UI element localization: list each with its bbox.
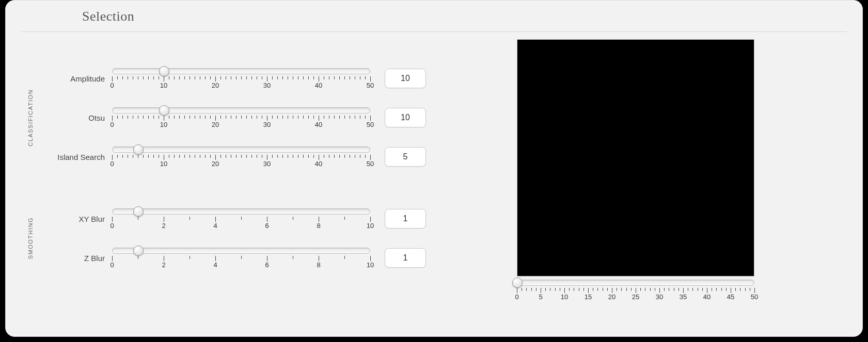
island-search-row: Island Search010203040505 bbox=[40, 146, 460, 167]
smoothing-label: SMOOTHING bbox=[21, 208, 40, 268]
tick-label: 2 bbox=[162, 222, 165, 230]
selection-panel: Selection CLASSIFICATION Amplitude010203… bbox=[5, 0, 863, 337]
tick-label: 15 bbox=[585, 293, 592, 301]
classification-label: CLASSIFICATION bbox=[21, 68, 40, 167]
z-blur-row: Z Blur02468101 bbox=[40, 248, 460, 268]
tick-label: 8 bbox=[317, 222, 320, 230]
tick-label: 50 bbox=[367, 160, 374, 168]
right-column: 05101520253035404550 bbox=[460, 37, 847, 300]
otsu-thumb[interactable] bbox=[159, 105, 169, 116]
classification-rows: Amplitude0102030405010Otsu0102030405010I… bbox=[40, 68, 460, 167]
tick-label: 0 bbox=[110, 82, 114, 89]
tick-label: 0 bbox=[110, 261, 114, 269]
tick-label: 40 bbox=[315, 82, 322, 89]
xy-blur-slider[interactable]: 0246810 bbox=[112, 208, 370, 229]
otsu-value[interactable]: 10 bbox=[385, 108, 426, 127]
smoothing-rows: XY Blur02468101Z Blur02468101 bbox=[40, 208, 460, 268]
tick-label: 30 bbox=[263, 121, 271, 128]
otsu-label: Otsu bbox=[40, 113, 112, 122]
xy-blur-label: XY Blur bbox=[40, 215, 112, 223]
xy-blur-value[interactable]: 1 bbox=[385, 209, 426, 229]
tick-label: 0 bbox=[515, 293, 518, 301]
tick-label: 10 bbox=[367, 222, 374, 230]
slider-scale: 05101520253035404550 bbox=[517, 287, 754, 300]
tick-label: 20 bbox=[212, 160, 219, 168]
z-blur-value[interactable]: 1 bbox=[385, 248, 426, 268]
island-search-thumb[interactable] bbox=[133, 144, 144, 155]
amplitude-slider[interactable]: 01020304050 bbox=[112, 68, 370, 89]
tick-label: 20 bbox=[608, 293, 616, 301]
tick-label: 0 bbox=[110, 222, 114, 230]
tick-label: 40 bbox=[703, 293, 711, 301]
island-search-slider[interactable]: 01020304050 bbox=[112, 146, 370, 167]
tick-label: 35 bbox=[680, 293, 687, 301]
tick-label: 4 bbox=[213, 261, 217, 269]
island-search-label: Island Search bbox=[40, 153, 112, 161]
tick-label: 6 bbox=[265, 261, 269, 269]
island-search-value[interactable]: 5 bbox=[385, 147, 426, 167]
tick-label: 0 bbox=[110, 160, 114, 168]
divider bbox=[21, 31, 847, 32]
amplitude-row: Amplitude0102030405010 bbox=[40, 68, 460, 89]
preview-slice-slider[interactable]: 05101520253035404550 bbox=[517, 280, 754, 300]
tick-label: 10 bbox=[160, 82, 167, 89]
tick-label: 30 bbox=[263, 160, 271, 168]
smoothing-group: SMOOTHING XY Blur02468101Z Blur02468101 bbox=[21, 208, 460, 268]
tick-label: 0 bbox=[110, 121, 114, 128]
otsu-slider[interactable]: 01020304050 bbox=[112, 107, 370, 128]
tick-label: 5 bbox=[539, 293, 542, 301]
slider-scale: 01020304050 bbox=[112, 75, 370, 89]
tick-label: 10 bbox=[561, 293, 568, 301]
slider-scale: 0246810 bbox=[112, 216, 370, 229]
preview-canvas bbox=[517, 39, 754, 276]
preview-slice-thumb[interactable] bbox=[512, 278, 523, 288]
tick-label: 2 bbox=[162, 261, 165, 269]
z-blur-thumb[interactable] bbox=[133, 246, 144, 256]
amplitude-thumb[interactable] bbox=[159, 66, 169, 76]
content: CLASSIFICATION Amplitude0102030405010Ots… bbox=[21, 37, 847, 300]
tick-label: 4 bbox=[213, 222, 217, 230]
tick-label: 10 bbox=[160, 160, 167, 168]
slider-scale: 0246810 bbox=[112, 255, 370, 268]
z-blur-slider[interactable]: 0246810 bbox=[112, 248, 370, 268]
tick-label: 50 bbox=[367, 121, 374, 128]
xy-blur-row: XY Blur02468101 bbox=[40, 208, 460, 229]
slider-scale: 01020304050 bbox=[112, 115, 370, 128]
xy-blur-thumb[interactable] bbox=[133, 206, 144, 217]
tick-label: 10 bbox=[160, 121, 167, 128]
tick-label: 40 bbox=[315, 121, 322, 128]
amplitude-value[interactable]: 10 bbox=[385, 69, 426, 88]
page-title: Selection bbox=[82, 9, 847, 24]
tick-label: 50 bbox=[751, 293, 758, 301]
tick-label: 10 bbox=[367, 261, 374, 269]
otsu-row: Otsu0102030405010 bbox=[40, 107, 460, 128]
tick-label: 8 bbox=[317, 261, 320, 269]
tick-label: 30 bbox=[656, 293, 663, 301]
tick-label: 20 bbox=[212, 82, 219, 89]
tick-label: 30 bbox=[263, 82, 271, 89]
classification-group: CLASSIFICATION Amplitude0102030405010Ots… bbox=[21, 68, 460, 167]
slider-scale: 01020304050 bbox=[112, 154, 370, 167]
left-column: CLASSIFICATION Amplitude0102030405010Ots… bbox=[21, 37, 460, 268]
amplitude-label: Amplitude bbox=[40, 74, 112, 83]
tick-label: 50 bbox=[367, 82, 374, 89]
preview-slider-container: 05101520253035404550 bbox=[517, 280, 754, 300]
z-blur-label: Z Blur bbox=[40, 254, 112, 263]
tick-label: 25 bbox=[632, 293, 639, 301]
tick-label: 45 bbox=[727, 293, 734, 301]
tick-label: 40 bbox=[315, 160, 322, 168]
tick-label: 6 bbox=[265, 222, 269, 230]
tick-label: 20 bbox=[212, 121, 219, 128]
